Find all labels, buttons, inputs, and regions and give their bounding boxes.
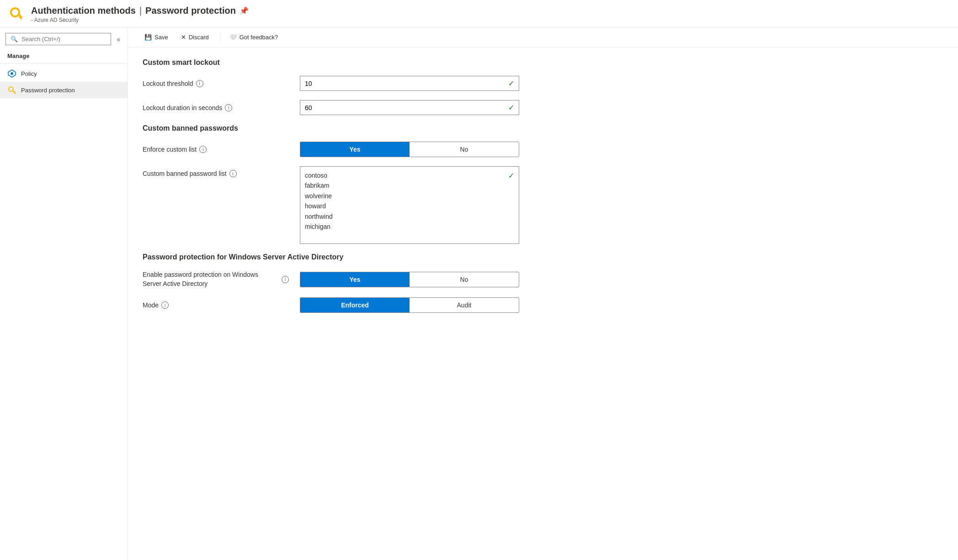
banned-password-list-check: ✓ bbox=[508, 171, 514, 180]
feedback-icon: 🤍 bbox=[229, 34, 237, 41]
save-button[interactable]: 💾 Save bbox=[139, 31, 174, 43]
enforce-custom-list-label: Enforce custom list i bbox=[143, 146, 289, 153]
svg-rect-2 bbox=[19, 16, 21, 18]
enable-windows-protection-info-icon[interactable]: i bbox=[282, 276, 289, 283]
lockout-duration-control: ✓ bbox=[300, 100, 519, 115]
svg-rect-3 bbox=[20, 18, 22, 19]
lockout-threshold-control: ✓ bbox=[300, 76, 519, 91]
banned-password-list-control: contoso fabrikam wolverine howard northw… bbox=[300, 166, 519, 244]
feedback-label: Got feedback? bbox=[240, 34, 278, 41]
collapse-sidebar-button[interactable]: « bbox=[115, 34, 122, 45]
sidebar-item-password-protection[interactable]: Password protection bbox=[0, 82, 128, 98]
header-separator: | bbox=[139, 5, 142, 16]
banned-password-list-content: contoso fabrikam wolverine howard northw… bbox=[305, 170, 505, 232]
search-box-wrapper: 🔍 bbox=[5, 33, 111, 45]
enforce-custom-list-toggle: Yes No bbox=[300, 142, 519, 157]
mode-info-icon[interactable]: i bbox=[161, 301, 169, 309]
mode-audit-button[interactable]: Audit bbox=[410, 298, 519, 312]
banned-password-list-label: Custom banned password list i bbox=[143, 166, 289, 177]
mode-control: Enforced Audit bbox=[300, 297, 519, 313]
mode-enforced-button[interactable]: Enforced bbox=[300, 298, 410, 312]
enable-windows-protection-no-button[interactable]: No bbox=[410, 272, 519, 287]
lockout-duration-check: ✓ bbox=[508, 103, 514, 112]
lockout-threshold-check: ✓ bbox=[508, 79, 514, 88]
policy-icon bbox=[7, 69, 16, 78]
save-label: Save bbox=[154, 34, 168, 41]
sidebar-manage-label: Manage bbox=[0, 49, 128, 63]
svg-point-5 bbox=[11, 72, 13, 75]
discard-button[interactable]: ✕ Discard bbox=[176, 31, 214, 43]
enforce-custom-list-control: Yes No bbox=[300, 142, 519, 157]
toolbar-separator bbox=[220, 33, 220, 42]
content-area: 💾 Save ✕ Discard 🤍 Got feedback? Custom … bbox=[128, 27, 958, 560]
header-title-block: Authentication methods | Password protec… bbox=[31, 5, 249, 23]
enforce-custom-list-info-icon[interactable]: i bbox=[199, 146, 207, 153]
header-title: Authentication methods | Password protec… bbox=[31, 5, 249, 16]
main-layout: 🔍 « Manage Policy bbox=[0, 27, 958, 560]
custom-banned-passwords-title: Custom banned passwords bbox=[143, 124, 570, 132]
header-subtitle: - Azure AD Security bbox=[31, 17, 249, 23]
banned-password-list-row: Custom banned password list i contoso fa… bbox=[143, 166, 570, 244]
lockout-threshold-info-icon[interactable]: i bbox=[196, 80, 203, 87]
header-app-name: Authentication methods bbox=[31, 5, 136, 16]
enforce-custom-list-yes-button[interactable]: Yes bbox=[300, 142, 410, 157]
sidebar-item-policy-label: Policy bbox=[21, 70, 37, 77]
password-protection-icon bbox=[7, 85, 16, 95]
search-icon: 🔍 bbox=[11, 36, 18, 42]
sidebar: 🔍 « Manage Policy bbox=[0, 27, 128, 560]
enable-windows-protection-label: Enable password protection on Windows Se… bbox=[143, 270, 289, 288]
search-input[interactable] bbox=[21, 36, 106, 42]
header: Authentication methods | Password protec… bbox=[0, 0, 958, 27]
windows-protection-title: Password protection for Windows Server A… bbox=[143, 253, 570, 261]
enable-windows-protection-row: Enable password protection on Windows Se… bbox=[143, 270, 570, 288]
custom-smart-lockout-title: Custom smart lockout bbox=[143, 58, 570, 67]
lockout-duration-input-wrapper: ✓ bbox=[300, 100, 519, 115]
enable-windows-protection-control: Yes No bbox=[300, 272, 519, 287]
sidebar-item-password-protection-label: Password protection bbox=[21, 87, 75, 94]
lockout-duration-label: Lockout duration in seconds i bbox=[143, 104, 289, 111]
svg-line-8 bbox=[14, 91, 15, 92]
mode-toggle: Enforced Audit bbox=[300, 297, 519, 313]
app-container: Authentication methods | Password protec… bbox=[0, 0, 958, 560]
list-item: wolverine bbox=[305, 191, 505, 201]
save-icon: 💾 bbox=[144, 34, 152, 41]
list-item: northwind bbox=[305, 211, 505, 222]
discard-icon: ✕ bbox=[181, 34, 186, 41]
lockout-threshold-label: Lockout threshold i bbox=[143, 80, 289, 87]
pin-icon[interactable]: 📌 bbox=[240, 6, 249, 15]
toolbar: 💾 Save ✕ Discard 🤍 Got feedback? bbox=[128, 27, 958, 48]
search-area: 🔍 « bbox=[0, 31, 128, 49]
lockout-threshold-input-wrapper: ✓ bbox=[300, 76, 519, 91]
lockout-threshold-row: Lockout threshold i ✓ bbox=[143, 76, 570, 91]
lockout-duration-info-icon[interactable]: i bbox=[225, 104, 232, 111]
list-item: michigan bbox=[305, 222, 505, 232]
enable-windows-protection-toggle: Yes No bbox=[300, 272, 519, 287]
list-item: howard bbox=[305, 201, 505, 211]
lockout-duration-input[interactable] bbox=[305, 104, 505, 111]
sidebar-item-policy[interactable]: Policy bbox=[0, 65, 128, 82]
discard-label: Discard bbox=[189, 34, 209, 41]
enable-windows-protection-yes-button[interactable]: Yes bbox=[300, 272, 410, 287]
header-page-name: Password protection bbox=[145, 5, 236, 16]
mode-row: Mode i Enforced Audit bbox=[143, 297, 570, 313]
feedback-button[interactable]: 🤍 Got feedback? bbox=[226, 31, 282, 43]
banned-password-list-info-icon[interactable]: i bbox=[229, 170, 237, 177]
lockout-threshold-input[interactable] bbox=[305, 80, 505, 87]
enforce-custom-list-no-button[interactable]: No bbox=[410, 142, 519, 157]
list-item: contoso bbox=[305, 170, 505, 180]
content-body: Custom smart lockout Lockout threshold i… bbox=[128, 48, 585, 333]
lockout-duration-row: Lockout duration in seconds i ✓ bbox=[143, 100, 570, 115]
app-icon bbox=[9, 6, 26, 23]
enforce-custom-list-row: Enforce custom list i Yes No bbox=[143, 142, 570, 157]
svg-point-0 bbox=[11, 8, 19, 16]
mode-label: Mode i bbox=[143, 301, 289, 309]
list-item: fabrikam bbox=[305, 180, 505, 190]
banned-password-list-textarea[interactable]: contoso fabrikam wolverine howard northw… bbox=[300, 166, 519, 244]
